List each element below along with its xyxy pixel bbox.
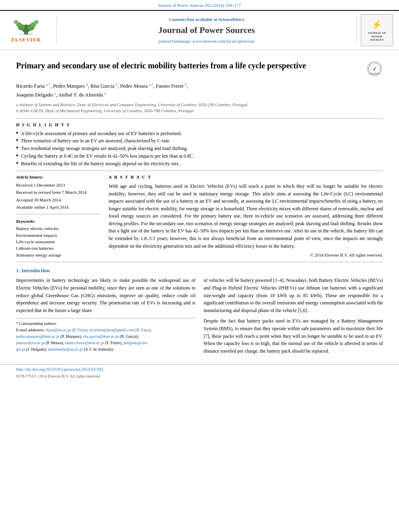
svg-text:ELSEVIER: ELSEVIER bbox=[20, 33, 33, 35]
highlights-section: H I G H L I G H T S A life-cycle assessm… bbox=[16, 122, 383, 167]
divider-1 bbox=[16, 118, 383, 119]
affiliation-a: a Institute of Systems and Robotics, Dep… bbox=[16, 102, 383, 108]
authors: Ricardo Faria a,*, Pedro Marques b, Rita… bbox=[16, 81, 383, 99]
svg-text:✓: ✓ bbox=[372, 66, 377, 72]
accepted-date: Accepted 20 March 2014 bbox=[16, 197, 101, 203]
footnotes-section: * Corresponding authors. E-mail addresse… bbox=[16, 318, 195, 352]
highlight-item: Cycling the battery at 0.4C in the EV re… bbox=[16, 153, 383, 160]
journal-title: Journal of Power Sources bbox=[65, 24, 348, 37]
highlight-item: Three scenarios of battery use in an EV … bbox=[16, 138, 383, 144]
elsevier-text: ELSEVIER bbox=[11, 36, 41, 43]
highlights-list: A life-cycle assessment of primary and s… bbox=[16, 130, 383, 167]
email-addresses: rfaria@isr.uc.pt (R. Faria), ricardompfa… bbox=[45, 328, 152, 332]
journal-reference-bar: Journal of Power Sources 262 (2014) 169–… bbox=[0, 0, 399, 10]
article-info-section: Article history: Received 1 December 201… bbox=[16, 174, 101, 259]
article-info-abstract-area: Article history: Received 1 December 201… bbox=[16, 174, 383, 259]
email-note: E-mail addresses: rfaria@isr.uc.pt (R. F… bbox=[16, 327, 195, 333]
journal-header: ELSEVIER ELSEVIER Contents lists availab… bbox=[0, 10, 399, 50]
article-history-label: Article history: bbox=[16, 174, 101, 180]
intro-two-col: Improvements in battery technology are l… bbox=[16, 277, 383, 358]
journal-logo: ⚡ JOURNAL OFPOWERSOURCES bbox=[361, 14, 393, 46]
doi-link: http://dx.doi.org/10.1016/j.jpowsour.201… bbox=[16, 366, 383, 372]
article-title: Primary and secondary use of electric mo… bbox=[16, 60, 363, 71]
svg-point-7 bbox=[34, 20, 39, 24]
crossmark-icon: ✓ CrossMark bbox=[367, 61, 382, 76]
email-addresses-2: pedro.marques@dem.uc.pt bbox=[16, 334, 60, 339]
svg-point-6 bbox=[14, 20, 19, 24]
main-content: Primary and secondary use of electric mo… bbox=[0, 50, 399, 362]
highlight-item: Benefits of extending the life of the ba… bbox=[16, 160, 383, 167]
keyword-item: Environmental impacts bbox=[16, 232, 101, 238]
divider-3 bbox=[16, 214, 101, 214]
journal-homepage: journal homepage: www.elsevier.com/locat… bbox=[65, 38, 348, 44]
sciencedirect-link: Contents lists available at ScienceDirec… bbox=[65, 16, 348, 23]
intro-right-col: of vehicles will be battery powered [1–4… bbox=[204, 277, 383, 358]
highlight-item: A life-cycle assessment of primary and s… bbox=[16, 130, 383, 137]
issn-line: 0378-7753/© 2014 Elsevier B.V. All right… bbox=[16, 374, 383, 379]
keyword-item: Life-cycle assessment bbox=[16, 239, 101, 245]
intro-left-text: Improvements in battery technology are l… bbox=[16, 277, 195, 314]
elsevier-logo-area: ELSEVIER ELSEVIER bbox=[4, 17, 52, 43]
divider-2 bbox=[16, 170, 383, 171]
crossmark-badge: ✓ CrossMark bbox=[367, 61, 383, 77]
affiliation-b: b ADAI–LAETA, Dept. of Mechanical Engine… bbox=[16, 108, 383, 114]
elsevier-tree-icon: ELSEVIER bbox=[10, 17, 42, 35]
keyword-item: Lithium-ion batteries bbox=[16, 245, 101, 251]
keyword-item: Battery electric vehicles bbox=[16, 226, 101, 232]
affiliations: a Institute of Systems and Robotics, Dep… bbox=[16, 102, 383, 115]
article-title-area: Primary and secondary use of electric mo… bbox=[16, 60, 383, 77]
abstract-section: A B S T R A C T With age and cycling, ba… bbox=[109, 174, 383, 259]
intro-right-text-1: of vehicles will be battery powered [1–4… bbox=[204, 277, 383, 314]
intro-left-col: Improvements in battery technology are l… bbox=[16, 277, 195, 358]
journal-ref-text: Journal of Power Sources 262 (2014) 169–… bbox=[158, 3, 241, 8]
introduction-section: 1. Introduction Improvements in battery … bbox=[16, 267, 383, 358]
intro-right-text-2: Despite the fact that battery packs used… bbox=[204, 317, 383, 355]
highlight-item: Two residential energy storage strategie… bbox=[16, 145, 383, 152]
journal-title-area: Contents lists available at ScienceDirec… bbox=[56, 16, 357, 45]
power-icon: ⚡ bbox=[371, 19, 382, 31]
copyright-line: © 2014 Elsevier B.V. All rights reserved… bbox=[109, 252, 383, 258]
available-online: Available online 1 April 2014 bbox=[16, 204, 101, 211]
elsevier-logo: ELSEVIER ELSEVIER bbox=[4, 17, 48, 43]
corresponding-note: * Corresponding authors. bbox=[16, 321, 195, 327]
highlights-label: H I G H L I G H T S bbox=[16, 122, 383, 128]
keyword-item: Stationary energy storage bbox=[16, 252, 101, 258]
received-revised: Received in revised form 7 March 2014 bbox=[16, 189, 101, 196]
svg-text:CrossMark: CrossMark bbox=[370, 72, 380, 74]
journal-logo-area: ⚡ JOURNAL OFPOWERSOURCES bbox=[361, 14, 395, 46]
abstract-text: With age and cycling, batteries used in … bbox=[109, 183, 383, 250]
keywords-label: Keywords: bbox=[16, 218, 101, 224]
abstract-label: A B S T R A C T bbox=[109, 174, 383, 180]
bottom-bar: http://dx.doi.org/10.1016/j.jpowsour.201… bbox=[0, 364, 399, 380]
intro-title: 1. Introduction bbox=[16, 267, 383, 274]
divider-4 bbox=[16, 262, 383, 262]
sciencedirect-text: ScienceDirect bbox=[218, 17, 244, 22]
keywords-section: Keywords: Battery electric vehicles Envi… bbox=[16, 218, 101, 258]
received-date: Received 1 December 2013 bbox=[16, 182, 101, 189]
